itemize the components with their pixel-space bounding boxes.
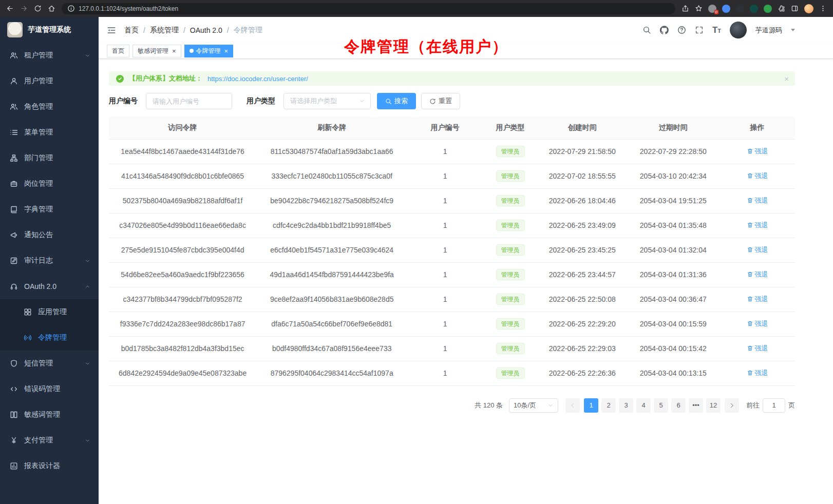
force-logout-button[interactable]: 强退 [747,344,768,353]
user-id-cell: 1 [407,213,483,238]
force-logout-button[interactable]: 强退 [747,245,768,255]
sidebar-item-user[interactable]: 用户管理 [0,68,99,94]
tab-label: 首页 [112,47,124,55]
action-cell: 强退 [720,262,795,287]
sidebar-item-oauth2-app[interactable]: 应用管理 [0,299,99,325]
sidebar-item-error-code[interactable]: 错误码管理 [0,376,99,402]
force-logout-button[interactable]: 强退 [747,369,768,378]
sidebar-item-sms[interactable]: 短信管理 [0,351,99,376]
table-row: 54d6be82ee5a460a9aedc1f9bf22365649d1aa46… [109,262,795,287]
breadcrumb-item[interactable]: 系统管理 [150,26,179,35]
expires-at-cell: 2054-03-04 19:51:25 [627,188,720,213]
font-size-icon[interactable]: TT [712,26,721,34]
extensions-puzzle-icon[interactable] [778,5,785,12]
browser-forward-button[interactable] [20,5,28,12]
browser-back-button[interactable] [6,5,14,12]
users-icon [10,51,18,60]
next-page-button[interactable] [725,398,739,413]
tab-oauth2-token[interactable]: 令牌管理× [184,45,234,57]
github-icon[interactable] [660,26,669,34]
browser-reload-button[interactable] [34,5,42,12]
address-bar[interactable]: 127.0.0.1:1024/system/oauth2/token [62,3,675,14]
reset-button[interactable]: 重置 [421,93,460,109]
page-button-4[interactable]: 4 [636,398,651,413]
page-button-1[interactable]: 1 [584,398,598,413]
force-logout-button[interactable]: 强退 [747,295,768,304]
sidebar-item-label: 报表设计器 [24,461,90,471]
user-type-cell: 管理员 [483,287,538,312]
extension-icon-4[interactable] [750,5,758,13]
refresh-token-cell: cdfc4ce9c2da4bb1bdf21b9918ff4be5 [256,213,407,238]
help-icon[interactable] [677,26,686,34]
created-at-cell: 2022-06-26 18:04:46 [538,188,627,213]
sidebar-item-dict[interactable]: 字典管理 [0,197,99,222]
page-button-3[interactable]: 3 [619,398,633,413]
force-logout-button[interactable]: 强退 [747,196,768,205]
search-button-label: 搜索 [394,96,408,106]
extension-icon-2[interactable] [722,5,730,13]
table-body: 1ea5e44f8bc1467aaede43144f31de76811c5304… [109,139,795,385]
share-icon[interactable] [681,5,689,12]
sidebar-item-role[interactable]: 角色管理 [0,94,99,120]
sidebar-item-notice[interactable]: 通知公告 [0,222,99,248]
browser-home-button[interactable] [48,5,55,12]
force-logout-button[interactable]: 强退 [747,147,768,156]
tab-close-icon[interactable]: × [224,48,229,54]
page-button-6[interactable]: 6 [671,398,686,413]
table-row: 1ea5e44f8bc1467aaede43144f31de76811c5304… [109,139,795,164]
goto-page-input[interactable] [763,398,785,413]
prev-page-button[interactable] [565,398,580,413]
expires-at-cell: 2054-03-10 20:42:34 [627,164,720,188]
page-size-select[interactable]: 10条/页 [509,398,558,413]
user-type-select[interactable]: 请选择用户类型 [283,93,371,109]
user-id-cell: 1 [407,238,483,262]
created-at-cell: 2022-07-02 18:55:55 [538,164,627,188]
sidebar-item-oauth2[interactable]: OAuth 2.0 [0,274,99,299]
column-header: 操作 [720,117,795,139]
delete-icon [747,320,753,327]
table-row: f9336e7c7dd242a283ee98dc86b17a87dfa6c71a… [109,312,795,336]
edit-icon [10,257,18,265]
sidebar-item-tenant[interactable]: 租户管理 [0,43,99,68]
extension-icon-5[interactable] [764,5,772,13]
sidebar-item-label: OAuth 2.0 [24,282,85,290]
sidebar-item-sensitive-word[interactable]: 敏感词管理 [0,402,99,428]
search-button[interactable]: 搜索 [377,93,416,109]
page-button-5[interactable]: 5 [654,398,668,413]
sidebar-item-post[interactable]: 岗位管理 [0,171,99,197]
force-logout-button[interactable]: 强退 [747,171,768,181]
user-avatar[interactable] [730,22,747,38]
side-panel-icon[interactable] [791,5,799,12]
force-logout-button[interactable]: 强退 [747,319,768,328]
breadcrumb-item[interactable]: 首页 [124,26,139,35]
page-button-12[interactable]: 12 [706,398,721,413]
breadcrumb-item[interactable]: OAuth 2.0 [190,26,222,34]
username[interactable]: 芋道源码 [755,26,782,35]
sidebar-item-menu[interactable]: 菜单管理 [0,120,99,145]
user-id-input[interactable] [146,93,232,109]
force-logout-label: 强退 [755,147,768,156]
tab-sensitive-word[interactable]: 敏感词管理× [132,45,181,57]
alert-close-icon[interactable]: × [784,74,789,83]
bookmark-star-icon[interactable] [695,5,703,12]
pager-more-button[interactable]: ••• [689,398,703,413]
extension-icon-3[interactable] [736,5,744,13]
sidebar-item-pay[interactable]: 支付管理 [0,428,99,453]
fullscreen-icon[interactable] [695,26,704,34]
page-button-2[interactable]: 2 [601,398,616,413]
browser-profile-avatar[interactable] [804,4,813,13]
tab-close-icon[interactable]: × [172,48,176,54]
sidebar-collapse-icon[interactable] [107,26,116,35]
force-logout-button[interactable]: 强退 [747,270,768,279]
site-info-icon[interactable] [67,5,75,12]
browser-menu-icon[interactable] [819,5,827,12]
search-icon[interactable] [642,26,651,34]
extension-icon-1[interactable]: 0 [708,5,716,13]
sidebar-item-audit-log[interactable]: 审计日志 [0,248,99,274]
sidebar-item-report-designer[interactable]: 报表设计器 [0,453,99,479]
force-logout-button[interactable]: 强退 [747,221,768,230]
doc-link[interactable]: https://doc.iocoder.cn/user-center/ [207,75,308,83]
sidebar-item-dept[interactable]: 部门管理 [0,145,99,171]
tab-home[interactable]: 首页 [107,45,129,57]
sidebar-item-oauth2-token[interactable]: 令牌管理 [0,325,99,351]
